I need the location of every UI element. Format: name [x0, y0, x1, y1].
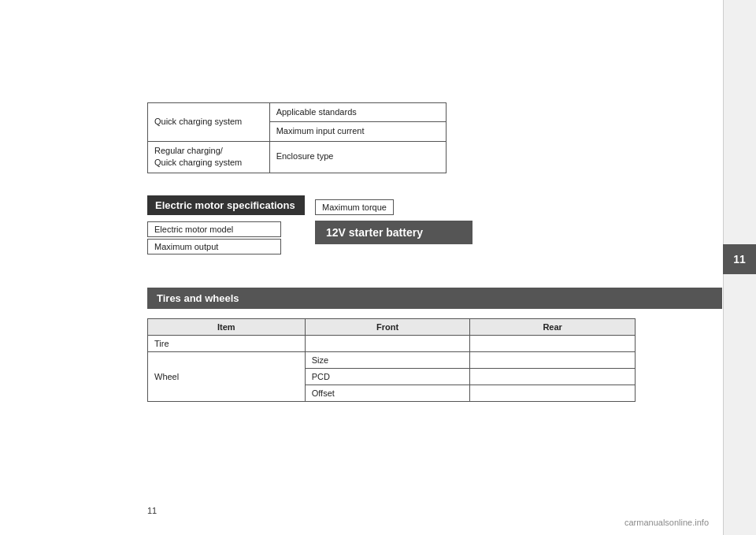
- tires-section: Tires and wheels Item Front Rear Tire Wh…: [147, 288, 636, 402]
- tires-heading: Tires and wheels: [147, 288, 722, 309]
- wheel-size-label: Size: [305, 352, 470, 369]
- page-footer: 11: [147, 506, 157, 515]
- wheel-pcd-label: PCD: [305, 369, 470, 385]
- table-row: Tire: [148, 336, 636, 352]
- wheel-label: Wheel: [148, 352, 306, 402]
- charging-system-label: Quick charging system: [148, 103, 270, 142]
- table-header-row: Item Front Rear: [148, 319, 636, 336]
- tire-label: Tire: [148, 336, 306, 352]
- max-input-current-label: Maximum input current: [269, 122, 446, 141]
- page-number: 11: [733, 253, 746, 266]
- wheel-offset-front-value: [470, 385, 636, 402]
- page-number-tab: 11: [723, 244, 756, 274]
- watermark: carmanualsonline.info: [624, 518, 709, 527]
- electric-motor-model-item: Electric motor model: [147, 221, 281, 237]
- footer-page-number: 11: [147, 506, 157, 515]
- enclosure-type-label: Enclosure type: [269, 141, 446, 173]
- table-row: Wheel Size: [148, 352, 636, 369]
- maximum-output-item: Maximum output: [147, 239, 281, 254]
- applicable-standards-label: Applicable standards: [269, 103, 446, 122]
- tires-table: Item Front Rear Tire Wheel Size PCD Offs…: [147, 318, 636, 402]
- tire-rear-value: [470, 336, 636, 352]
- wheel-offset-label: Offset: [305, 385, 470, 402]
- max-torque-box: Maximum torque: [315, 199, 394, 215]
- motor-spec-section: Electric motor specifications Electric m…: [147, 195, 305, 254]
- table-row: Quick charging system Applicable standar…: [148, 103, 447, 122]
- col-rear: Rear: [470, 319, 636, 336]
- table-row: Regular charging/Quick charging system E…: [148, 141, 447, 173]
- charging-table: Quick charging system Applicable standar…: [147, 102, 447, 173]
- right-sidebar: 11: [723, 0, 756, 535]
- wheel-size-front-value: [470, 352, 636, 369]
- starter-battery-heading: 12V starter battery: [315, 221, 472, 244]
- regular-quick-charging-label: Regular charging/Quick charging system: [148, 141, 270, 173]
- col-item: Item: [148, 319, 306, 336]
- col-front: Front: [305, 319, 470, 336]
- tire-front-value: [305, 336, 470, 352]
- motor-spec-heading: Electric motor specifications: [147, 195, 305, 215]
- motor-spec-items: Electric motor model Maximum output: [147, 221, 305, 254]
- wheel-pcd-front-value: [470, 369, 636, 385]
